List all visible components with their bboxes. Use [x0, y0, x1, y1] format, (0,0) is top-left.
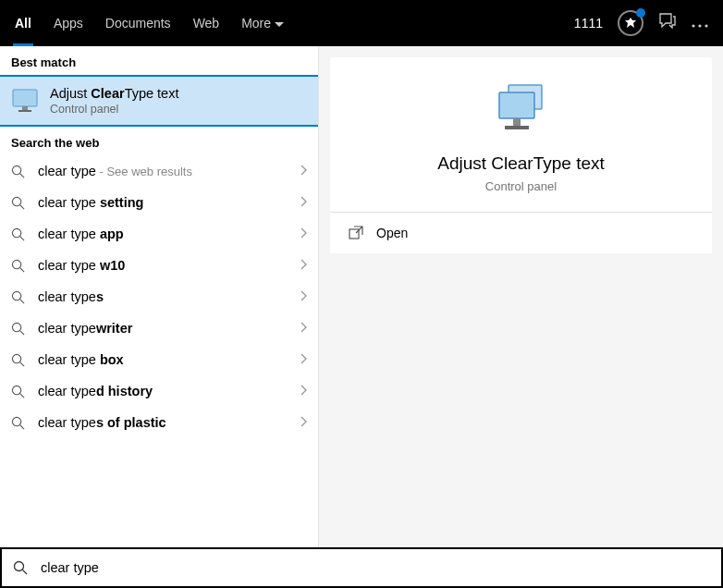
web-result-item[interactable]: clear types of plastic [0, 407, 318, 438]
svg-point-0 [692, 24, 694, 27]
open-icon [349, 226, 363, 240]
search-icon [11, 385, 25, 398]
tab-all[interactable]: All [15, 0, 31, 46]
search-icon [11, 353, 25, 367]
svg-point-12 [12, 260, 20, 268]
open-action[interactable]: Open [330, 213, 712, 253]
svg-point-16 [12, 323, 20, 331]
search-input[interactable]: clear type [41, 560, 99, 575]
results-panel: Best match Adjust ClearType text Control… [0, 46, 318, 547]
search-icon [11, 416, 25, 430]
best-match-text: Adjust ClearType text Control panel [50, 86, 178, 116]
web-result-item[interactable]: clear type box [0, 344, 318, 375]
svg-rect-26 [513, 118, 521, 126]
search-icon [11, 259, 25, 273]
chevron-right-icon [300, 353, 307, 367]
web-result-item[interactable]: clear type app [0, 218, 318, 250]
feedback-icon[interactable] [658, 12, 677, 34]
svg-line-30 [23, 570, 28, 575]
preview-panel: Adjust ClearType text Control panel Open [318, 46, 723, 547]
web-result-text: clear type app [38, 227, 300, 241]
svg-line-17 [20, 330, 24, 334]
svg-point-20 [12, 386, 20, 394]
chevron-right-icon [300, 227, 307, 241]
search-icon [11, 196, 25, 210]
topbar-right: 1111 [574, 10, 708, 36]
svg-line-7 [20, 173, 24, 177]
svg-point-14 [12, 291, 20, 300]
svg-line-23 [20, 424, 24, 428]
svg-line-13 [20, 267, 24, 271]
chevron-right-icon [300, 322, 307, 336]
svg-line-21 [20, 393, 24, 397]
search-icon [13, 560, 28, 575]
web-result-item[interactable]: clear type setting [0, 187, 318, 218]
web-result-text: clear type box [38, 352, 300, 367]
tab-documents[interactable]: Documents [105, 0, 171, 46]
rewards-icon[interactable] [618, 10, 643, 36]
preview-card: Adjust ClearType text Control panel [330, 57, 712, 213]
web-result-text: clear type w10 [38, 258, 300, 273]
web-result-item[interactable]: clear type - See web results [0, 155, 318, 187]
rewards-points: 1111 [574, 16, 603, 31]
monitor-icon [11, 88, 39, 114]
tab-apps[interactable]: Apps [54, 0, 83, 46]
svg-rect-5 [18, 110, 31, 112]
svg-point-18 [12, 354, 20, 362]
preview-subtitle: Control panel [485, 179, 557, 193]
best-match-result[interactable]: Adjust ClearType text Control panel [0, 75, 318, 127]
svg-rect-4 [22, 106, 28, 110]
search-icon [11, 290, 25, 304]
web-result-text: clear type setting [38, 195, 300, 210]
svg-line-9 [20, 204, 24, 208]
chevron-right-icon [300, 259, 307, 273]
web-result-text: clear types of plastic [38, 415, 300, 430]
chevron-right-icon [300, 196, 307, 210]
notification-dot-icon [636, 8, 645, 18]
web-results-list: clear type - See web resultsclear type s… [0, 155, 318, 438]
tab-more-label: More [241, 16, 271, 31]
svg-line-15 [20, 299, 24, 302]
svg-point-10 [12, 228, 20, 237]
best-match-title: Adjust ClearType text [50, 86, 178, 101]
svg-point-22 [12, 417, 20, 425]
svg-point-1 [698, 24, 701, 27]
preview-title: Adjust ClearType text [437, 153, 605, 174]
svg-rect-27 [505, 126, 529, 129]
svg-point-2 [705, 24, 707, 27]
monitor-large-icon [492, 83, 551, 137]
section-search-web-label: Search the web [0, 127, 318, 155]
filter-tabs: All Apps Documents Web More [15, 0, 284, 46]
web-result-text: clear type - See web results [38, 164, 300, 178]
web-result-text: clear typewriter [38, 321, 300, 336]
open-label: Open [376, 226, 408, 240]
top-bar: All Apps Documents Web More 1111 [0, 0, 723, 46]
chevron-right-icon [300, 416, 307, 430]
tab-more[interactable]: More [241, 0, 284, 46]
best-match-subtitle: Control panel [50, 103, 178, 116]
web-result-item[interactable]: clear type w10 [0, 250, 318, 281]
search-bar[interactable]: clear type [0, 547, 723, 588]
web-result-text: clear typed history [38, 384, 300, 398]
web-result-item[interactable]: clear typed history [0, 375, 318, 407]
svg-rect-3 [13, 90, 37, 106]
search-icon [11, 322, 25, 336]
svg-point-29 [15, 562, 24, 571]
svg-rect-28 [349, 229, 359, 239]
search-icon [11, 227, 25, 241]
search-icon [11, 165, 25, 178]
web-result-item[interactable]: clear types [0, 281, 318, 312]
chevron-right-icon [300, 290, 307, 304]
web-result-text: clear types [38, 289, 300, 304]
svg-line-11 [20, 236, 24, 239]
ellipsis-icon[interactable] [692, 15, 708, 31]
chevron-right-icon [300, 385, 307, 398]
svg-rect-25 [499, 92, 534, 118]
tab-web[interactable]: Web [193, 0, 220, 46]
section-best-match-label: Best match [0, 46, 318, 75]
svg-point-6 [12, 165, 20, 174]
caret-down-icon [275, 16, 284, 31]
web-result-item[interactable]: clear typewriter [0, 312, 318, 344]
svg-point-8 [12, 197, 20, 205]
content-area: Best match Adjust ClearType text Control… [0, 46, 723, 547]
